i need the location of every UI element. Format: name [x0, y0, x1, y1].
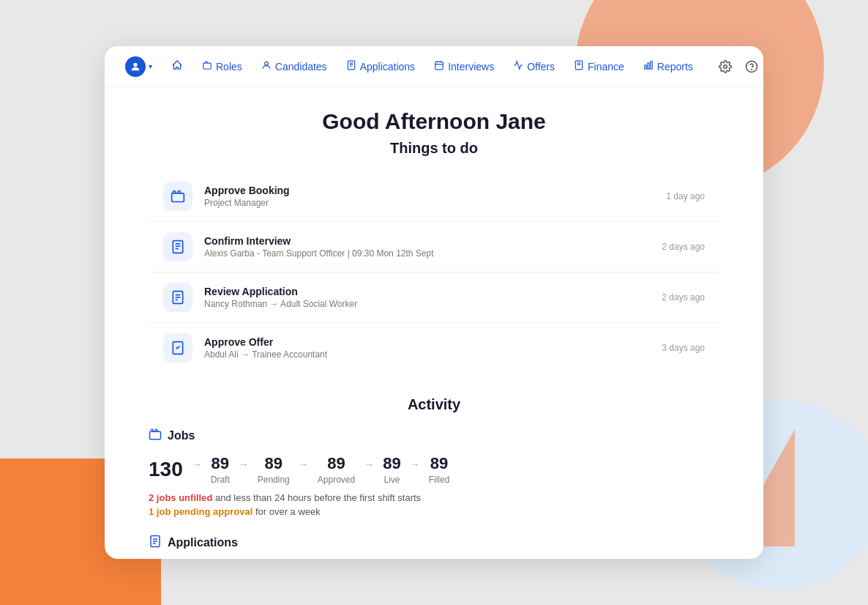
jobs-alert-1-rest: and less than 24 hours before the first …	[212, 492, 421, 503]
todo-icon-interview	[163, 232, 192, 261]
jobs-pending[interactable]: 89 Pending	[258, 454, 290, 485]
jobs-draft-label: Draft	[211, 475, 230, 485]
jobs-stats-row: 130 → 89 Draft → 89 Pending → 89 Approve…	[149, 454, 719, 485]
jobs-alert-1: 2 jobs unfilled and less than 24 hours b…	[149, 492, 719, 503]
svg-point-17	[724, 64, 727, 68]
help-icon[interactable]	[741, 56, 762, 77]
todo-text-booking: Approve Booking Project Manager	[204, 185, 654, 208]
nav-bar: ▾ Roles Candidates Applications	[105, 46, 763, 87]
jobs-arrow-5: →	[410, 459, 420, 470]
jobs-alert-2-rest: for over a week	[252, 506, 321, 517]
svg-rect-15	[648, 63, 649, 69]
todo-title-review: Review Application	[204, 286, 650, 297]
todo-time-review: 2 days ago	[662, 292, 705, 302]
jobs-draft[interactable]: 89 Draft	[211, 454, 230, 485]
todo-time-booking: 1 day ago	[666, 191, 705, 201]
things-to-do-title: Things to do	[149, 140, 719, 157]
jobs-filled-label: Filled	[429, 475, 450, 485]
nav-reports[interactable]: Reports	[636, 56, 700, 77]
applications-section-icon	[149, 535, 162, 551]
settings-icon[interactable]	[715, 56, 736, 77]
todo-title-offer: Approve Offer	[204, 336, 650, 348]
todo-item[interactable]: Review Application Nancy Rothman → Adult…	[149, 272, 719, 323]
jobs-draft-number: 89	[211, 454, 228, 473]
user-menu[interactable]: ▾	[125, 56, 152, 77]
roles-icon	[202, 60, 212, 73]
user-avatar	[125, 56, 146, 77]
jobs-approved-number: 89	[327, 454, 345, 473]
nav-finance-label: Finance	[588, 61, 624, 73]
nav-home[interactable]	[164, 55, 190, 78]
jobs-alert-2: 1 job pending approval for over a week	[149, 506, 719, 517]
nav-offers-label: Offers	[527, 61, 555, 73]
svg-rect-14	[645, 65, 646, 69]
jobs-approved[interactable]: 89 Approved	[318, 454, 355, 485]
jobs-total: 130	[149, 458, 183, 481]
nav-applications[interactable]: Applications	[339, 56, 423, 77]
applications-header: Applications	[149, 535, 719, 551]
jobs-live-number: 89	[383, 454, 400, 473]
interviews-icon	[434, 60, 444, 73]
jobs-pending-label: Pending	[258, 475, 290, 485]
todo-item[interactable]: Confirm Interview Alexis Garba - Team Su…	[149, 222, 719, 272]
jobs-total-number: 130	[149, 458, 183, 481]
jobs-icon	[149, 428, 162, 444]
jobs-filled-number: 89	[430, 454, 448, 473]
jobs-arrow-2: →	[239, 459, 249, 470]
svg-rect-1	[203, 63, 212, 69]
jobs-pending-number: 89	[265, 454, 283, 473]
activity-applications-section: Applications 130 → 89 Unsorted → 89 Shor…	[149, 535, 719, 559]
jobs-arrow-4: →	[364, 459, 374, 470]
jobs-header: Jobs	[149, 428, 719, 444]
svg-rect-7	[435, 62, 444, 70]
activity-jobs-section: Jobs 130 → 89 Draft → 89 Pending → 89	[149, 428, 719, 517]
applications-icon	[346, 60, 356, 73]
todo-sub-interview: Alexis Garba - Team Support Officer | 09…	[204, 248, 650, 259]
todo-item[interactable]: Approve Booking Project Manager 1 day ag…	[149, 171, 719, 222]
nav-roles[interactable]: Roles	[195, 56, 250, 77]
home-icon	[171, 59, 183, 73]
svg-rect-16	[651, 62, 652, 70]
jobs-arrow-1: →	[192, 459, 202, 470]
nav-finance[interactable]: Finance	[566, 56, 632, 77]
nav-applications-label: Applications	[360, 61, 416, 73]
reports-icon	[643, 60, 654, 73]
svg-rect-30	[150, 431, 161, 439]
finance-icon	[574, 60, 584, 73]
jobs-live-label: Live	[384, 475, 400, 485]
smile-icon	[0, 590, 29, 605]
todo-icon-booking	[163, 182, 192, 211]
todo-text-interview: Confirm Interview Alexis Garba - Team Su…	[204, 235, 650, 259]
main-content: Good Afternoon Jane Things to do Approve…	[105, 87, 763, 559]
todo-text-offer: Approve Offer Abdul Ali → Trainee Accoun…	[204, 336, 650, 360]
nav-candidates-label: Candidates	[275, 61, 327, 73]
todo-time-offer: 3 days ago	[662, 343, 705, 353]
applications-label: Applications	[168, 536, 238, 549]
todo-text-review: Review Application Nancy Rothman → Adult…	[204, 286, 650, 309]
jobs-alert-1-highlight: 2 jobs unfilled	[149, 492, 212, 503]
todo-item[interactable]: Approve Offer Abdul Ali → Trainee Accoun…	[149, 323, 719, 373]
jobs-label: Jobs	[168, 429, 195, 442]
nav-offers[interactable]: Offers	[506, 56, 562, 77]
greeting: Good Afternoon Jane	[149, 109, 719, 134]
jobs-approved-label: Approved	[318, 475, 355, 485]
nav-interviews-label: Interviews	[448, 61, 494, 73]
nav-interviews[interactable]: Interviews	[427, 56, 501, 77]
svg-point-0	[133, 62, 137, 66]
nav-reports-label: Reports	[657, 61, 693, 73]
todo-icon-offer	[163, 333, 192, 363]
nav-candidates[interactable]: Candidates	[254, 56, 334, 77]
main-card: ▾ Roles Candidates Applications	[105, 46, 763, 559]
jobs-live[interactable]: 89 Live	[383, 454, 400, 485]
nav-right-icons	[715, 56, 762, 77]
jobs-arrow-3: →	[299, 459, 309, 470]
todo-sub-booking: Project Manager	[204, 198, 654, 208]
todo-title-booking: Approve Booking	[204, 185, 654, 196]
todo-sub-offer: Abdul Ali → Trainee Accountant	[204, 349, 650, 360]
jobs-filled[interactable]: 89 Filled	[429, 454, 450, 485]
jobs-alert-2-highlight: 1 job pending approval	[149, 506, 252, 517]
candidates-icon	[261, 60, 272, 73]
offers-icon	[513, 60, 523, 73]
svg-point-2	[264, 62, 268, 65]
todo-sub-review: Nancy Rothman → Adult Social Worker	[204, 299, 650, 309]
